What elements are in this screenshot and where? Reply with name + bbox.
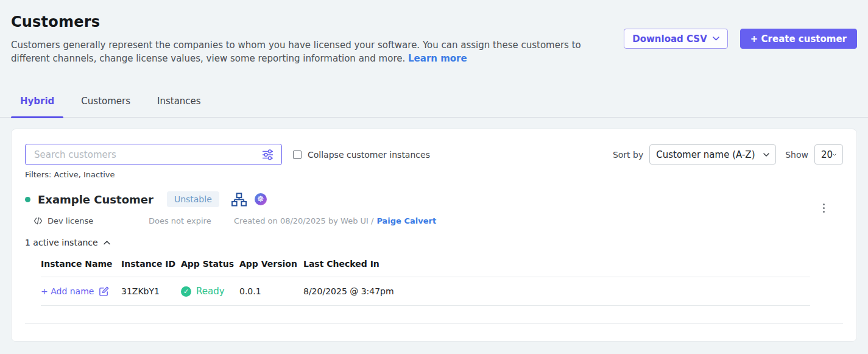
- sort-by-label: Sort by: [613, 150, 643, 160]
- kubernetes-icon: ☸: [255, 193, 267, 205]
- edit-icon[interactable]: [99, 286, 110, 297]
- active-filters-note: Filters: Active, Inactive: [25, 170, 843, 179]
- code-icon: [34, 217, 43, 225]
- instances-summary-toggle[interactable]: 1 active instance: [25, 238, 843, 247]
- tab-hybrid[interactable]: Hybrid: [11, 96, 63, 117]
- show-label: Show: [785, 150, 808, 160]
- customer-name[interactable]: Example Customer: [38, 193, 153, 206]
- tab-bar: Hybrid Customers Instances: [0, 96, 868, 118]
- app-version-value: 0.0.1: [239, 286, 303, 296]
- license-type-label: Dev license: [48, 216, 93, 225]
- col-app-version: App Version: [239, 259, 303, 269]
- instances-table: Instance Name Instance ID App Status App…: [41, 259, 810, 306]
- customer-item-divider: [25, 323, 843, 324]
- page-title: Customers: [11, 13, 857, 30]
- tab-customers[interactable]: Customers: [72, 96, 139, 117]
- license-created-text: Created on 08/20/2025 by Web UI /: [234, 216, 373, 225]
- download-csv-button[interactable]: Download CSV: [624, 29, 728, 49]
- col-app-status: App Status: [181, 259, 239, 269]
- sort-by-select[interactable]: Customer name (A-Z): [649, 144, 776, 165]
- search-input[interactable]: [33, 149, 261, 161]
- tab-instances-label: Instances: [157, 96, 201, 107]
- search-box: [25, 144, 282, 165]
- chevron-down-icon: [713, 37, 719, 41]
- hierarchy-icon: [231, 193, 247, 207]
- create-customer-label: + Create customer: [750, 34, 847, 44]
- instances-summary-label: 1 active instance: [25, 238, 98, 247]
- download-csv-label: Download CSV: [632, 34, 707, 44]
- last-checked-in-value: 8/20/2025 @ 3:47pm: [303, 286, 810, 296]
- col-last-checked-in: Last Checked In: [303, 259, 810, 269]
- add-name-label: + Add name: [41, 286, 94, 296]
- license-expiry: Does not expire: [149, 216, 234, 225]
- show-count-value: 20: [821, 149, 833, 160]
- filter-sliders-icon[interactable]: [261, 149, 274, 160]
- collapse-instances-checkbox[interactable]: [293, 150, 302, 159]
- customer-active-dot: [25, 197, 30, 202]
- created-by-link[interactable]: Paige Calvert: [376, 216, 436, 225]
- learn-more-link[interactable]: Learn more: [408, 53, 467, 64]
- kebab-menu-icon[interactable]: [822, 202, 826, 214]
- page-description-text: Customers generally represent the compan…: [11, 40, 581, 64]
- list-controls: Sort by Customer name (A-Z) Show 20: [613, 144, 843, 165]
- chevron-down-icon: [763, 153, 769, 157]
- header-actions: Download CSV + Create customer: [624, 29, 857, 49]
- tab-instances[interactable]: Instances: [148, 96, 210, 117]
- chevron-down-icon: [833, 153, 836, 157]
- instances-table-header: Instance Name Instance ID App Status App…: [41, 259, 810, 277]
- table-row: + Add name 31ZKbY1 ✓ Ready 0.0.1 8/20/20…: [41, 277, 810, 306]
- col-instance-id: Instance ID: [121, 259, 181, 269]
- create-customer-button[interactable]: + Create customer: [740, 29, 857, 49]
- chevron-up-icon: [104, 241, 110, 245]
- collapse-instances-label: Collapse customer instances: [308, 150, 430, 160]
- instance-id-value: 31ZKbY1: [121, 286, 181, 296]
- channel-badge: Unstable: [167, 191, 219, 207]
- license-created: Created on 08/20/2025 by Web UI / Paige …: [234, 216, 436, 225]
- collapse-instances-toggle[interactable]: Collapse customer instances: [293, 150, 430, 160]
- col-instance-name: Instance Name: [41, 259, 121, 269]
- customers-panel: Collapse customer instances Sort by Cust…: [11, 129, 857, 342]
- page-description: Customers generally represent the compan…: [11, 38, 595, 65]
- license-row: Dev license Does not expire Created on 0…: [25, 216, 843, 225]
- check-circle-icon: ✓: [181, 286, 191, 297]
- page-header: Customers Customers generally represent …: [0, 0, 868, 65]
- show-count-select[interactable]: 20: [814, 144, 843, 165]
- sort-by-value: Customer name (A-Z): [656, 149, 755, 160]
- tab-hybrid-label: Hybrid: [20, 96, 54, 107]
- app-status-cell: ✓ Ready: [181, 286, 239, 297]
- customer-header: Example Customer Unstable ☸: [25, 191, 843, 207]
- app-status-value: Ready: [196, 286, 225, 297]
- tab-customers-label: Customers: [81, 96, 130, 107]
- add-name-action[interactable]: + Add name: [41, 286, 121, 297]
- license-type: Dev license: [34, 216, 149, 225]
- toolbar: Collapse customer instances Sort by Cust…: [25, 144, 843, 165]
- active-tab-indicator: [11, 116, 63, 118]
